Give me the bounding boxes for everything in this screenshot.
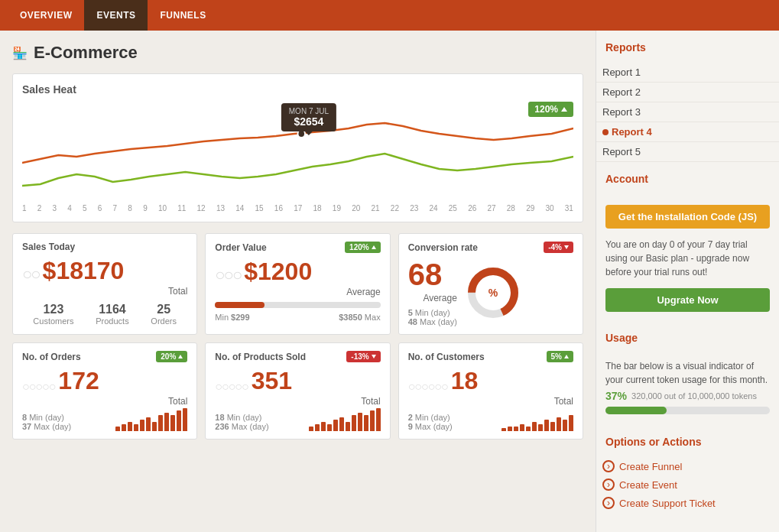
page-header: 🏪 E-Commerce	[12, 43, 583, 63]
usage-bar	[605, 407, 770, 414]
orders-card: No. of Orders 20% ○○○○○ 172 Total 8 Min …	[12, 342, 197, 440]
sidebar-item-report2[interactable]: Report 2	[596, 83, 779, 102]
orders-title: No. of Orders	[22, 352, 81, 362]
main-content: 🏪 E-Commerce Sales Heat 120% MON 7 JUL $…	[0, 31, 596, 532]
order-trend-icon	[372, 245, 376, 249]
top-navigation: OVERVIEW EVENTS FUNNELS	[0, 0, 779, 31]
conversion-text: 68 Average 5 Min (day) 48 Max (day)	[408, 259, 457, 326]
install-code-button[interactable]: Get the Installation Code (JS)	[605, 205, 770, 229]
sidebar-item-report4[interactable]: Report 4	[596, 122, 779, 142]
order-value-title: Order Value	[215, 242, 266, 253]
products-sold-mini-chart	[309, 407, 381, 431]
conv-percent-label: %	[488, 287, 498, 299]
conversion-avg-label: Average	[408, 293, 457, 303]
customers-main: ○○○○○○ 18	[408, 368, 573, 393]
order-dots: ○○○	[215, 267, 241, 284]
conversion-title: Conversion rate	[408, 242, 478, 253]
stats-row-2: No. of Orders 20% ○○○○○ 172 Total 8 Min …	[12, 342, 583, 440]
chart-badge: 120%	[528, 102, 573, 117]
sidebar-usage-title: Usage	[605, 327, 770, 345]
sidebar-item-report3[interactable]: Report 3	[596, 102, 779, 122]
sidebar-account-section: Account	[596, 162, 779, 194]
sidebar: Reports Report 1 Report 2 Report 3 Repor…	[596, 31, 779, 532]
conv-trend-icon	[564, 245, 569, 249]
products-sold-card: No. of Products Sold -13% ○○○○○ 351 Tota…	[205, 342, 390, 440]
sales-heat-chart: Sales Heat 120% MON 7 JUL $2654	[12, 73, 583, 222]
products-sold-footer: 18 Min (day) 236 Max (day)	[215, 407, 380, 431]
sidebar-item-report5[interactable]: Report 5	[596, 142, 779, 162]
create-support-label: Create Support Ticket	[619, 498, 716, 509]
nav-events[interactable]: EVENTS	[84, 0, 148, 31]
orders-value: 172	[58, 368, 99, 393]
usage-description: The bar below is a visual indicator of y…	[605, 359, 770, 387]
trial-text: You are on day 0 of your 7 day trial usi…	[605, 238, 770, 279]
create-event-option[interactable]: Create Event	[596, 475, 779, 494]
chart-title: Sales Heat	[22, 83, 573, 96]
tooltip-date: MON 7 JUL	[289, 107, 329, 115]
conversion-badge: -4%	[544, 242, 573, 253]
products-sold-value: 351	[252, 368, 292, 393]
usage-tokens: 320,000 out of 10,000,000 tokens	[631, 391, 757, 401]
customers-badge: 5%	[547, 351, 573, 362]
sidebar-account-content: Get the Installation Code (JS) You are o…	[596, 194, 779, 321]
sidebar-options-title: Options or Actions	[605, 431, 770, 449]
sales-today-main: ○○ $18170	[22, 258, 187, 283]
orders-label: Total	[22, 396, 187, 407]
products-sold-badge: -13%	[346, 351, 380, 362]
create-support-option[interactable]: Create Support Ticket	[596, 494, 779, 512]
conv-min: 5 Min (day)	[408, 308, 450, 317]
active-indicator	[602, 129, 609, 135]
customers-stat: 123 Customers	[33, 303, 73, 326]
ecommerce-icon: 🏪	[12, 46, 28, 60]
order-min-max: Min $299 $3850 Max	[215, 313, 380, 322]
tooltip-value: $2654	[289, 115, 329, 128]
products-stat: 1164 Products	[96, 303, 128, 326]
sales-today-title: Sales Today	[22, 242, 75, 252]
conv-max: 48 Max (day)	[408, 317, 457, 326]
order-min-label: Min $299	[215, 313, 249, 322]
order-progress-bar	[215, 302, 380, 308]
products-sold-title: No. of Products Sold	[215, 352, 306, 362]
conversion-donut: %	[466, 266, 520, 320]
chart-tooltip: MON 7 JUL $2654	[281, 103, 336, 131]
customers-title: No. of Customers	[408, 352, 485, 362]
products-sold-main: ○○○○○ 351	[215, 368, 380, 393]
nav-overview[interactable]: OVERVIEW	[8, 0, 84, 31]
sales-today-footer: 123 Customers 1164 Products 25 Orders	[22, 303, 187, 326]
customers-mini-chart	[501, 407, 573, 431]
order-max-label: $3850 Max	[339, 313, 380, 322]
stats-row-1: Sales Today ○○ $18170 Total 123 Customer…	[12, 233, 583, 335]
sidebar-usage-section: Usage	[596, 321, 779, 353]
conversion-rate-card: Conversion rate -4% 68 Average 5 Min (da…	[398, 233, 583, 335]
orders-mini-chart	[115, 407, 187, 431]
conversion-value: 68	[408, 259, 443, 290]
create-event-icon	[602, 478, 615, 491]
customers-header: No. of Customers 5%	[408, 351, 573, 362]
upgrade-button[interactable]: Upgrate Now	[605, 288, 770, 312]
usage-bar-fill	[605, 407, 667, 414]
order-label: Average	[215, 287, 380, 297]
usage-percent: 37%	[605, 390, 627, 402]
sidebar-account-title: Account	[605, 168, 770, 187]
order-value-header: Order Value 120%	[215, 242, 380, 253]
conversion-main: 68 Average 5 Min (day) 48 Max (day)	[408, 259, 573, 326]
order-value-card: Order Value 120% ○○○ $1200 Average Min $…	[205, 233, 390, 335]
order-value-main: ○○○ $1200	[215, 259, 380, 284]
create-funnel-option[interactable]: Create Funnel	[596, 457, 779, 475]
usage-label: 37% 320,000 out of 10,000,000 tokens	[605, 390, 770, 402]
create-funnel-icon	[602, 460, 615, 472]
customers-footer: 2 Min (day) 9 Max (day)	[408, 407, 573, 431]
page-title: E-Commerce	[34, 43, 138, 63]
conversion-header: Conversion rate -4%	[408, 242, 573, 253]
chart-x-axis: 123 456 789 101112 131415 161718 192021 …	[22, 204, 573, 212]
customers-value: 18	[451, 368, 479, 393]
trend-arrow-up	[561, 107, 567, 112]
order-value-badge: 120%	[345, 242, 381, 253]
orders-stat: 25 Orders	[151, 303, 177, 326]
customers-label: Total	[408, 396, 573, 407]
sales-today-value: $18170	[43, 258, 125, 283]
sidebar-item-report1[interactable]: Report 1	[596, 63, 779, 83]
order-value: $1200	[244, 259, 312, 284]
sidebar-reports-title: Reports	[605, 37, 770, 55]
nav-funnels[interactable]: FUNNELS	[148, 0, 218, 31]
